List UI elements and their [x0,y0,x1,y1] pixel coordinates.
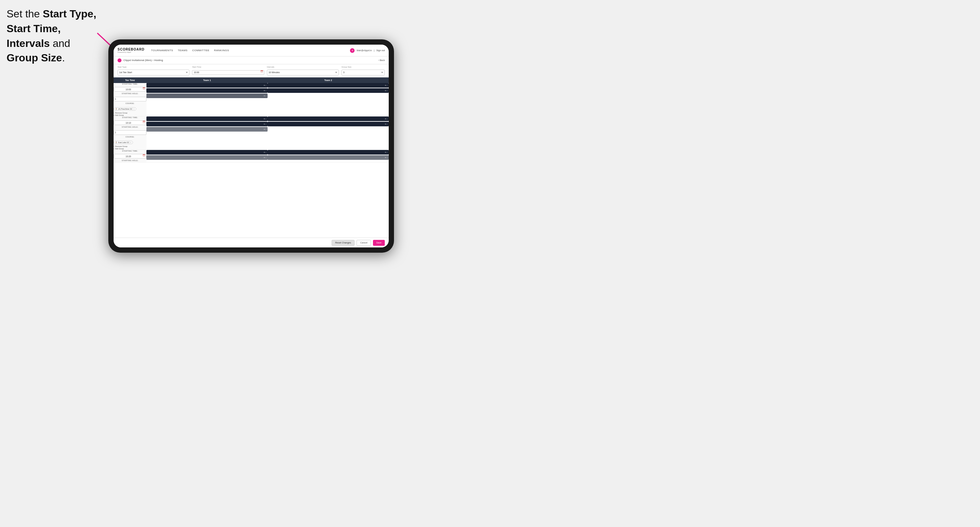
controls-bar: Start Type 1st Tee Start Start Time ⏰ In… [114,64,389,78]
nav-teams[interactable]: TEAMS [178,49,188,52]
player-close-9[interactable]: ✕ ○ [385,118,387,120]
breadcrumb-back[interactable]: ‹ Back [378,59,385,61]
team2-cell-2: ✕ ○ ✕ ○ [267,116,389,150]
player-close-6[interactable]: ✕ ○ [264,118,266,120]
breadcrumb-text: Clippd Invitational (Men) › Hosting [123,59,378,62]
clock-icon-3: ⏰ [143,154,145,157]
sign-out-link[interactable]: Sign out [376,49,385,51]
col-team2: Team 2 [267,78,389,83]
remove-group-btn-2[interactable]: ○ Remove Group [114,145,146,147]
player-close-10[interactable]: ✕ ○ [385,123,387,125]
starting-time-input-2[interactable] [114,121,146,125]
intervals-label: Intervals [267,66,339,68]
starting-hole-label-1: STARTING HOLE: [114,92,146,95]
starting-hole-select-1[interactable]: 1 [114,97,146,102]
starting-time-input-3-wrapper: ⏰ [114,152,146,159]
reset-changes-button[interactable]: Reset Changes [332,240,355,246]
user-avatar: B [350,48,355,53]
cancel-button[interactable]: Cancel [356,240,371,246]
team1-cell-1: ✕ ○ ✕ ○ ✕ ○ [146,83,267,116]
player-close-12[interactable]: ✕ ○ [264,157,266,159]
player-row: ✕ ○ [146,94,267,98]
clock-icon-2: ⏰ [143,121,145,123]
logo-text: SCOREBOARD [118,48,145,51]
breadcrumb-bar: Clippd Invitational (Men) › Hosting ‹ Ba… [114,56,389,64]
tablet-screen: SCOREBOARD Powered by clippd TOURNAMENTS… [114,44,389,248]
starting-hole-label-3: STARTING HOLE: [114,159,146,162]
breadcrumb-tournament[interactable]: Clippd Invitational (Men) [123,59,152,62]
start-time-label: Start Time [192,66,264,68]
intervals-select[interactable]: 10 Minutes [267,70,339,75]
player-close-1[interactable]: ✕ ○ [264,84,266,86]
tee-time-cell-2: STARTING TIME: ⏰ STARTING HOLE: 1 COURSE… [114,116,146,150]
player-close-7[interactable]: ✕ ○ [264,123,266,125]
player-close-4[interactable]: ✕ ○ [385,84,387,86]
player-close-3[interactable]: ✕ ○ [264,95,266,97]
player-close-14[interactable]: ✕ ○ [385,157,387,159]
player-close-13[interactable]: ✕ ○ [385,151,387,153]
clock-icon-1: ⏰ [143,87,145,90]
action-links-2: ○ Remove Group + Add Group [114,145,146,150]
remove-group-btn-1[interactable]: ○ Remove Group [114,112,146,114]
nav-rankings[interactable]: RANKINGS [214,49,229,52]
instruction-line1: Set the Start Type, [6,8,96,20]
player-row: ✕ ○ [146,155,267,160]
team2-cell-1: ✕ ○ ✕ ○ [267,83,389,116]
player-row: ✕ ○ [267,122,389,126]
nav-right: B blair@clippd.io | Sign out [350,48,385,53]
course-tag-1: 🏌️ (A) Peachtree GC ✕ [114,107,136,111]
table-container: Tee Time Team 1 Team 2 STARTING TIME: ⏰ [114,78,389,238]
col-team1: Team 1 [146,78,267,83]
nav-separator: | [374,49,374,51]
add-group-btn-2[interactable]: + Add Group [114,148,146,150]
top-nav: SCOREBOARD Powered by clippd TOURNAMENTS… [114,44,389,56]
group-size-select[interactable]: 3 [342,70,385,75]
course-label-1: COURSE: [114,102,146,104]
starting-time-input-3[interactable] [114,154,146,159]
table-header-row: Tee Time Team 1 Team 2 [114,78,389,83]
save-button[interactable]: Save [373,240,385,246]
player-row: ✕ ○ [146,88,267,93]
tee-time-cell-1: STARTING TIME: ⏰ STARTING HOLE: 1 COURSE… [114,83,146,116]
col-tee-time: Tee Time [114,78,146,83]
logo-area: SCOREBOARD Powered by clippd [118,48,145,53]
player-close-5[interactable]: ✕ ○ [385,90,387,92]
course-name-1: (A) Peachtree GC [118,108,133,110]
team2-cell-3: ✕ ○ ✕ ○ [267,150,389,162]
player-row: ✕ ○ [267,155,389,160]
player-close-2[interactable]: ✕ ○ [264,90,266,92]
add-group-btn-1[interactable]: + Add Group [114,114,146,116]
starting-time-input-2-wrapper: ⏰ [114,119,146,125]
course-icon-1: 🏌️ [115,108,118,110]
instruction-line3-bold: Intervals [6,37,50,49]
instruction-text: Set the Start Type, Start Time, Interval… [6,6,105,65]
starting-hole-select-2[interactable]: 1 [114,130,146,135]
course-tag-2: 🏌️ East Lake GC ✕ [114,141,133,144]
player-close-8[interactable]: ✕ ○ [264,128,266,130]
start-time-input[interactable] [192,70,264,75]
course-remove-1[interactable]: ✕ [133,108,135,110]
instruction-line4-normal: . [62,52,65,63]
start-type-group: Start Type 1st Tee Start [118,66,189,75]
course-label-2: COURSE: [114,136,146,138]
team1-cell-2: ✕ ○ ✕ ○ ✕ ○ [146,116,267,150]
player-row: ✕ ○ [146,83,267,87]
instruction-line2: Start Time, [6,23,61,35]
course-icon-2: 🏌️ [115,141,118,143]
player-row: ✕ ○ [267,88,389,93]
bottom-action-bar: Reset Changes Cancel Save [114,238,389,248]
player-close-11[interactable]: ✕ ○ [264,151,266,153]
start-type-select[interactable]: 1st Tee Start [118,70,189,75]
nav-committee[interactable]: COMMITTEE [192,49,210,52]
nav-links: TOURNAMENTS TEAMS COMMITTEE RANKINGS [151,49,350,52]
instruction-line4-bold: Group Size [6,52,62,63]
start-time-input-wrapper: ⏰ [192,68,264,75]
player-row: ✕ ○ [267,150,389,154]
breadcrumb-icon [118,59,121,62]
starting-time-label-2: STARTING TIME: [114,116,146,119]
course-remove-2[interactable]: ✕ [130,141,131,143]
nav-tournaments[interactable]: TOURNAMENTS [151,49,173,52]
clock-icon: ⏰ [260,70,263,73]
player-row: ✕ ○ [146,150,267,154]
starting-time-input-1[interactable] [114,87,146,92]
